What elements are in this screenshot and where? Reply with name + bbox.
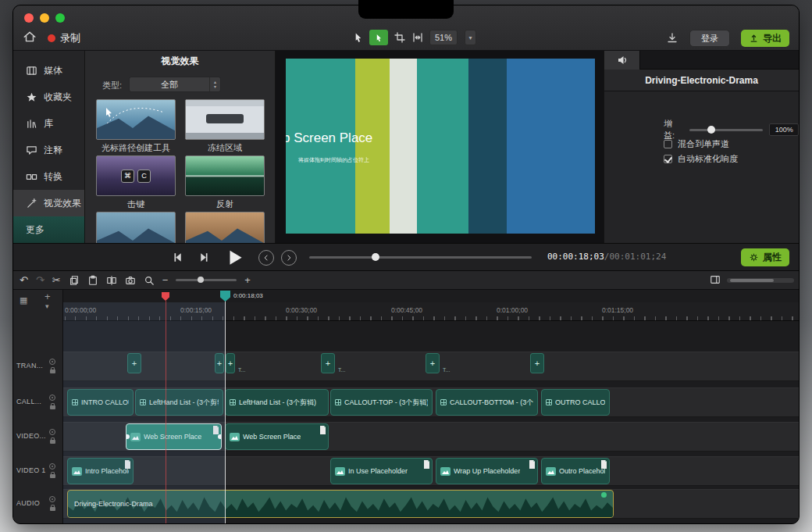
track-lock-icon[interactable] bbox=[50, 370, 55, 373]
gain-value[interactable]: 100% bbox=[769, 123, 799, 136]
gain-slider[interactable] bbox=[689, 129, 764, 131]
zoom-in-button[interactable]: + bbox=[244, 275, 251, 285]
effect-item-cursor-path[interactable]: 光标路径创建工具 bbox=[96, 99, 176, 154]
effect-item-reflection[interactable]: 反射 bbox=[185, 155, 265, 210]
effect-item-freeze-region[interactable]: 冻结区域 bbox=[185, 99, 265, 154]
clip-left-handle[interactable] bbox=[126, 434, 130, 439]
jump-back-button[interactable] bbox=[258, 250, 274, 266]
track-header-callouts[interactable]: CALL... bbox=[16, 398, 41, 405]
sidebar-item-favorites[interactable]: 收藏夹 bbox=[13, 84, 84, 110]
checkbox-mix-to-mono[interactable]: 混合到单声道 bbox=[664, 138, 729, 150]
copy-button[interactable] bbox=[69, 275, 80, 286]
transition-clip[interactable]: + bbox=[226, 353, 235, 373]
add-track-button[interactable]: + bbox=[45, 291, 51, 302]
effect-item-partial[interactable] bbox=[185, 212, 265, 243]
track-header-transitions[interactable]: TRAN... bbox=[16, 362, 43, 370]
timeline-clip-video[interactable]: Outro Placeholder bbox=[541, 458, 610, 484]
track-visibility-icon[interactable] bbox=[49, 429, 55, 435]
zoom-tool-button[interactable] bbox=[144, 275, 155, 286]
scrollbar-thumb[interactable] bbox=[730, 279, 774, 282]
jump-forward-button[interactable] bbox=[281, 250, 297, 266]
cursor-tool-button[interactable] bbox=[352, 31, 364, 44]
in-marker[interactable] bbox=[162, 292, 169, 301]
zoom-select[interactable]: 51% bbox=[429, 30, 458, 45]
sidebar-item-library[interactable]: 库 bbox=[13, 110, 84, 137]
select-stepper[interactable]: ▴ ▾ bbox=[209, 77, 220, 91]
sidebar-item-transitions[interactable]: 转换 bbox=[13, 163, 84, 190]
timeline-ruler[interactable]: 0:00:00;00 0:00:15;00 0:00:30;00 0:00:45… bbox=[63, 302, 799, 321]
fit-timeline-button[interactable] bbox=[710, 274, 721, 285]
export-button[interactable]: 导出 bbox=[741, 30, 789, 47]
track-lock-icon[interactable] bbox=[50, 474, 55, 478]
effect-item-keystroke[interactable]: ⌘ C 击键 bbox=[96, 155, 176, 210]
cut-button[interactable]: ✂ bbox=[52, 275, 61, 285]
pointer-tool-button[interactable] bbox=[369, 30, 388, 45]
track-lock-icon[interactable] bbox=[50, 405, 55, 409]
properties-button[interactable]: 属性 bbox=[741, 248, 789, 266]
type-select[interactable]: 全部 ▴ ▾ bbox=[129, 77, 221, 92]
timeline-clip-video[interactable]: Intro Placeholder bbox=[67, 458, 134, 484]
transition-clip[interactable]: + bbox=[321, 353, 335, 373]
timeline-clip-audio[interactable]: Driving-Electronic-Drama bbox=[67, 490, 614, 518]
track-header-video2[interactable]: VIDEO... bbox=[16, 432, 46, 440]
timeline-clip-callout[interactable]: OUTRO CALLOUT bbox=[541, 389, 610, 416]
timeline-clip-video[interactable]: Wrap Up Placeholder bbox=[436, 458, 538, 484]
track-visibility-icon[interactable] bbox=[49, 395, 55, 401]
timeline-clip-video[interactable]: In Use Placeholder bbox=[330, 458, 433, 484]
sidebar-item-media[interactable]: 媒体 bbox=[13, 57, 84, 84]
clip-right-handle[interactable] bbox=[218, 434, 222, 439]
preview-canvas[interactable]: b Screen Place 将媒体拖到时间轴的占位符上 bbox=[276, 51, 604, 243]
sidebar-item-annotations[interactable]: 注释 bbox=[13, 137, 84, 163]
gain-slider-thumb[interactable] bbox=[707, 126, 715, 134]
timecode-display[interactable]: 00:00:18;03/00:01:01;24 bbox=[547, 252, 666, 262]
undo-button[interactable]: ↶ bbox=[20, 275, 28, 285]
collapse-tracks-button[interactable]: ▾ bbox=[45, 303, 49, 310]
timeline-zoom-slider[interactable] bbox=[176, 279, 237, 281]
track-lock-icon[interactable] bbox=[50, 507, 55, 511]
track-header-audio[interactable]: AUDIO bbox=[16, 499, 40, 507]
transition-clip[interactable]: + bbox=[127, 353, 141, 373]
zoom-dropdown-button[interactable]: ▾ bbox=[465, 30, 476, 45]
transition-clip[interactable]: + bbox=[215, 353, 224, 373]
fit-tool-button[interactable] bbox=[411, 31, 424, 44]
redo-button[interactable]: ↷ bbox=[36, 275, 45, 285]
track-visibility-icon[interactable] bbox=[49, 359, 55, 365]
track-lock-icon[interactable] bbox=[50, 440, 55, 444]
timeline-clip-callout[interactable]: CALLOUT-BOTTOM - (3个剪辑) bbox=[436, 389, 538, 416]
timeline-zoom-thumb[interactable] bbox=[198, 277, 204, 283]
timeline-clip-callout[interactable]: LeftHand List - (3个剪辑) bbox=[135, 389, 223, 416]
timeline-horizontal-scrollbar[interactable] bbox=[727, 278, 794, 283]
timeline-clip-callout[interactable]: INTRO CALLOUT bbox=[67, 389, 134, 416]
seek-slider-thumb[interactable] bbox=[372, 253, 379, 261]
audio-point-handle[interactable] bbox=[601, 492, 607, 498]
next-frame-button[interactable] bbox=[198, 251, 211, 266]
track-visibility-icon[interactable] bbox=[49, 463, 55, 470]
record-control[interactable]: 录制 bbox=[48, 31, 80, 45]
download-button[interactable] bbox=[666, 32, 678, 45]
screenshot-button[interactable] bbox=[125, 275, 136, 286]
zoom-out-button[interactable]: − bbox=[162, 275, 169, 285]
close-button[interactable] bbox=[24, 13, 34, 23]
seek-slider[interactable] bbox=[309, 256, 532, 259]
fullscreen-button[interactable] bbox=[55, 13, 65, 23]
tab-audio[interactable] bbox=[604, 51, 640, 70]
previous-frame-button[interactable] bbox=[171, 251, 184, 266]
effect-item-partial[interactable] bbox=[96, 212, 176, 243]
minimize-button[interactable] bbox=[40, 13, 49, 23]
paste-button[interactable] bbox=[87, 275, 98, 286]
checkbox-auto-normalize[interactable]: 自动标准化响度 bbox=[664, 153, 738, 165]
transition-clip[interactable]: + bbox=[426, 353, 440, 373]
crop-tool-button[interactable] bbox=[394, 31, 406, 44]
play-button[interactable] bbox=[226, 248, 243, 268]
track-header-video1[interactable]: VIDEO 1 bbox=[16, 466, 46, 474]
home-button[interactable] bbox=[23, 30, 37, 44]
timeline-clip-video[interactable]: Web Screen Place bbox=[225, 423, 329, 450]
timeline-clip-video-selected[interactable]: Web Screen Place bbox=[126, 423, 222, 450]
transition-clip[interactable]: + bbox=[530, 353, 544, 373]
playhead[interactable] bbox=[220, 291, 230, 302]
split-button[interactable] bbox=[106, 275, 117, 286]
timeline-clip-callout[interactable]: LeftHand List - (3个剪辑) bbox=[225, 389, 329, 416]
track-visibility-icon[interactable] bbox=[49, 496, 55, 502]
login-button[interactable]: 登录 bbox=[689, 30, 730, 47]
track-options-button[interactable]: ▦ bbox=[20, 296, 27, 305]
